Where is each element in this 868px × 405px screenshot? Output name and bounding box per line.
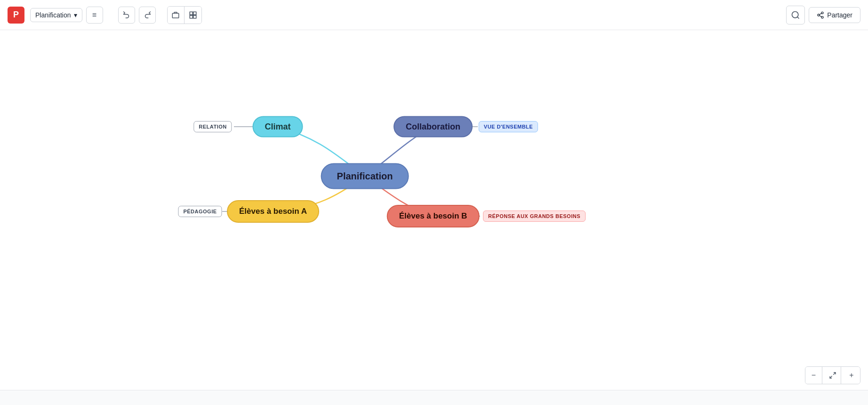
document-title: Planification: [35, 11, 71, 19]
zoom-in-icon: +: [849, 371, 853, 380]
app-logo: P: [8, 7, 24, 24]
svg-point-11: [818, 14, 820, 16]
svg-point-8: [792, 11, 798, 17]
svg-line-14: [820, 13, 822, 15]
svg-point-12: [821, 16, 823, 18]
toolbar-right: Partager: [786, 6, 860, 24]
svg-rect-5: [193, 12, 196, 15]
search-icon: [791, 10, 800, 20]
zoom-out-icon: −: [812, 371, 816, 380]
redo-icon: [143, 11, 152, 19]
zoom-in-button[interactable]: +: [843, 367, 860, 384]
svg-rect-0: [172, 13, 179, 18]
insert-tools: [167, 6, 202, 24]
share-icon: [817, 11, 824, 19]
node-planification-label: Planification: [321, 163, 409, 189]
node-reponse[interactable]: RÉPONSE AUX GRANDS BESOINS: [483, 211, 586, 222]
node-climat[interactable]: Climat: [252, 116, 303, 138]
bottom-bar: [0, 390, 868, 405]
dropdown-arrow-icon: ▾: [74, 11, 77, 19]
mind-map-canvas[interactable]: Planification Climat RELATION Collaborat…: [0, 30, 868, 390]
node-relation[interactable]: RELATION: [193, 121, 232, 132]
undo-button[interactable]: [118, 7, 135, 24]
title-button[interactable]: Planification ▾: [30, 8, 82, 22]
node-climat-label: Climat: [252, 116, 303, 138]
svg-line-20: [830, 376, 832, 378]
search-button[interactable]: [786, 6, 805, 24]
frame-icon: [171, 11, 180, 19]
share-label: Partager: [827, 11, 852, 19]
layout-tool-button[interactable]: [185, 7, 201, 24]
node-collaboration[interactable]: Collaboration: [394, 116, 473, 138]
zoom-controls: − +: [805, 366, 860, 384]
svg-line-13: [820, 16, 822, 17]
toolbar: P Planification ▾ ≡: [0, 0, 868, 30]
redo-button[interactable]: [139, 7, 156, 24]
menu-icon: ≡: [92, 11, 96, 19]
node-eleves-b[interactable]: Élèves à besoin B: [387, 205, 480, 227]
node-vue-ensemble[interactable]: VUE D'ENSEMBLE: [479, 121, 538, 132]
svg-rect-6: [190, 15, 193, 18]
svg-point-10: [821, 12, 823, 14]
svg-line-19: [833, 373, 836, 375]
node-eleves-a-label: Élèves à besoin A: [227, 200, 319, 223]
svg-rect-7: [193, 15, 196, 18]
node-pedagogie-label: PÉDAGOGIE: [178, 206, 222, 217]
share-button[interactable]: Partager: [809, 7, 860, 23]
zoom-out-button[interactable]: −: [805, 367, 822, 384]
node-relation-label: RELATION: [193, 121, 232, 132]
zoom-fit-icon: [829, 372, 836, 379]
svg-rect-4: [190, 12, 193, 15]
svg-line-9: [797, 16, 799, 18]
node-vue-ensemble-label: VUE D'ENSEMBLE: [479, 121, 538, 132]
zoom-fit-button[interactable]: [824, 367, 841, 384]
layout-icon: [189, 11, 197, 19]
frame-tool-button[interactable]: [168, 7, 185, 24]
node-planification[interactable]: Planification: [321, 163, 409, 189]
menu-button[interactable]: ≡: [86, 7, 103, 24]
node-pedagogie[interactable]: PÉDAGOGIE: [178, 206, 222, 217]
node-eleves-a[interactable]: Élèves à besoin A: [227, 200, 319, 223]
node-eleves-b-label: Élèves à besoin B: [387, 205, 480, 227]
node-reponse-label: RÉPONSE AUX GRANDS BESOINS: [483, 211, 586, 222]
undo-icon: [122, 11, 131, 19]
node-collaboration-label: Collaboration: [394, 116, 473, 138]
